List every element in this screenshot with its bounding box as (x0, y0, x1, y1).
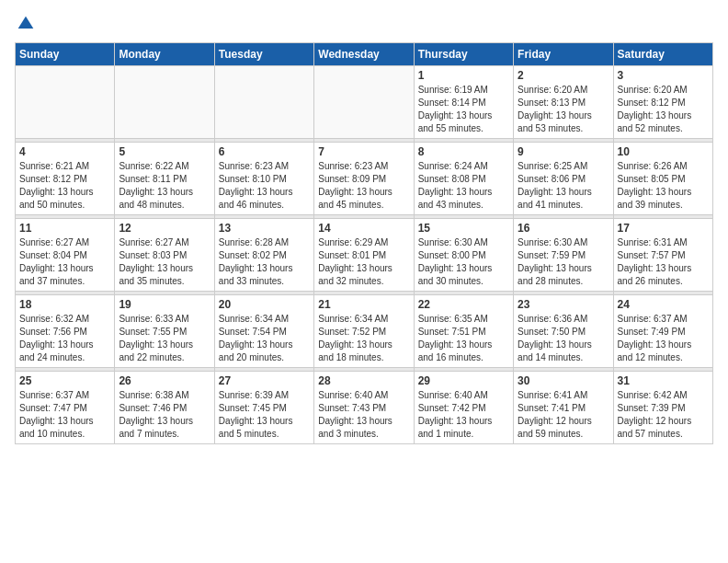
day-info: Sunrise: 6:32 AM Sunset: 7:56 PM Dayligh… (19, 313, 110, 364)
calendar-cell: 28Sunrise: 6:40 AM Sunset: 7:43 PM Dayli… (314, 372, 414, 444)
day-number: 11 (19, 222, 110, 235)
day-info: Sunrise: 6:27 AM Sunset: 8:04 PM Dayligh… (19, 236, 110, 288)
calendar: SundayMondayTuesdayWednesdayThursdayFrid… (15, 42, 713, 444)
day-number: 15 (418, 222, 509, 235)
calendar-cell: 20Sunrise: 6:34 AM Sunset: 7:54 PM Dayli… (214, 295, 313, 368)
day-info: Sunrise: 6:20 AM Sunset: 8:13 PM Dayligh… (518, 84, 609, 135)
calendar-cell: 17Sunrise: 6:31 AM Sunset: 7:57 PM Dayli… (613, 219, 712, 292)
day-info: Sunrise: 6:35 AM Sunset: 7:51 PM Dayligh… (418, 313, 509, 364)
calendar-week-row: 4Sunrise: 6:21 AM Sunset: 8:12 PM Daylig… (16, 143, 713, 215)
day-info: Sunrise: 6:38 AM Sunset: 7:46 PM Dayligh… (119, 389, 210, 441)
calendar-cell: 14Sunrise: 6:29 AM Sunset: 8:01 PM Dayli… (314, 219, 414, 292)
weekday-header-thursday: Thursday (414, 43, 513, 66)
weekday-header-saturday: Saturday (613, 43, 712, 66)
calendar-week-row: 1Sunrise: 6:19 AM Sunset: 8:14 PM Daylig… (16, 66, 713, 139)
day-info: Sunrise: 6:27 AM Sunset: 8:03 PM Dayligh… (119, 236, 210, 288)
calendar-cell (214, 66, 313, 139)
day-number: 1 (418, 69, 509, 82)
day-number: 8 (418, 145, 509, 158)
weekday-header-tuesday: Tuesday (214, 43, 313, 66)
day-number: 3 (618, 69, 709, 82)
day-info: Sunrise: 6:30 AM Sunset: 8:00 PM Dayligh… (418, 236, 509, 288)
weekday-header-sunday: Sunday (16, 43, 115, 66)
calendar-cell: 16Sunrise: 6:30 AM Sunset: 7:59 PM Dayli… (514, 219, 613, 292)
day-number: 7 (318, 145, 409, 158)
calendar-cell: 18Sunrise: 6:32 AM Sunset: 7:56 PM Dayli… (16, 295, 115, 368)
calendar-cell: 26Sunrise: 6:38 AM Sunset: 7:46 PM Dayli… (115, 372, 214, 444)
day-info: Sunrise: 6:36 AM Sunset: 7:50 PM Dayligh… (518, 313, 609, 364)
day-number: 27 (219, 374, 310, 387)
day-number: 31 (618, 374, 709, 387)
calendar-cell: 27Sunrise: 6:39 AM Sunset: 7:45 PM Dayli… (214, 372, 313, 444)
day-number: 2 (518, 69, 609, 82)
day-info: Sunrise: 6:29 AM Sunset: 8:01 PM Dayligh… (318, 236, 409, 288)
calendar-cell: 9Sunrise: 6:25 AM Sunset: 8:06 PM Daylig… (514, 143, 613, 215)
day-info: Sunrise: 6:30 AM Sunset: 7:59 PM Dayligh… (518, 236, 609, 288)
header (15, 15, 713, 33)
calendar-cell: 6Sunrise: 6:23 AM Sunset: 8:10 PM Daylig… (214, 143, 313, 215)
day-number: 29 (418, 374, 509, 387)
day-info: Sunrise: 6:37 AM Sunset: 7:47 PM Dayligh… (19, 389, 110, 441)
day-info: Sunrise: 6:25 AM Sunset: 8:06 PM Dayligh… (518, 160, 609, 212)
day-number: 23 (518, 298, 609, 311)
day-number: 28 (318, 374, 409, 387)
day-info: Sunrise: 6:19 AM Sunset: 8:14 PM Dayligh… (418, 84, 509, 135)
calendar-cell: 25Sunrise: 6:37 AM Sunset: 7:47 PM Dayli… (16, 372, 115, 444)
calendar-cell: 11Sunrise: 6:27 AM Sunset: 8:04 PM Dayli… (16, 219, 115, 292)
day-info: Sunrise: 6:40 AM Sunset: 7:42 PM Dayligh… (418, 389, 509, 441)
calendar-cell: 7Sunrise: 6:23 AM Sunset: 8:09 PM Daylig… (314, 143, 414, 215)
day-number: 30 (518, 374, 609, 387)
day-info: Sunrise: 6:39 AM Sunset: 7:45 PM Dayligh… (219, 389, 310, 441)
day-number: 18 (19, 298, 110, 311)
logo-icon (17, 15, 35, 33)
day-info: Sunrise: 6:41 AM Sunset: 7:41 PM Dayligh… (518, 389, 609, 441)
day-info: Sunrise: 6:28 AM Sunset: 8:02 PM Dayligh… (219, 236, 310, 288)
day-info: Sunrise: 6:31 AM Sunset: 7:57 PM Dayligh… (618, 236, 709, 288)
day-number: 12 (119, 222, 210, 235)
calendar-cell (115, 66, 214, 139)
day-info: Sunrise: 6:23 AM Sunset: 8:09 PM Dayligh… (318, 160, 409, 212)
calendar-cell: 5Sunrise: 6:22 AM Sunset: 8:11 PM Daylig… (115, 143, 214, 215)
calendar-cell: 19Sunrise: 6:33 AM Sunset: 7:55 PM Dayli… (115, 295, 214, 368)
calendar-cell: 30Sunrise: 6:41 AM Sunset: 7:41 PM Dayli… (514, 372, 613, 444)
day-number: 19 (119, 298, 210, 311)
day-number: 21 (318, 298, 409, 311)
calendar-cell (16, 66, 115, 139)
day-info: Sunrise: 6:22 AM Sunset: 8:11 PM Dayligh… (119, 160, 210, 212)
day-number: 17 (618, 222, 709, 235)
day-info: Sunrise: 6:34 AM Sunset: 7:52 PM Dayligh… (318, 313, 409, 364)
day-number: 26 (119, 374, 210, 387)
day-number: 10 (618, 145, 709, 158)
day-info: Sunrise: 6:20 AM Sunset: 8:12 PM Dayligh… (618, 84, 709, 135)
day-number: 4 (19, 145, 110, 158)
calendar-cell: 29Sunrise: 6:40 AM Sunset: 7:42 PM Dayli… (414, 372, 513, 444)
calendar-cell: 4Sunrise: 6:21 AM Sunset: 8:12 PM Daylig… (16, 143, 115, 215)
logo (15, 15, 35, 33)
day-info: Sunrise: 6:40 AM Sunset: 7:43 PM Dayligh… (318, 389, 409, 441)
day-info: Sunrise: 6:34 AM Sunset: 7:54 PM Dayligh… (219, 313, 310, 364)
calendar-week-row: 25Sunrise: 6:37 AM Sunset: 7:47 PM Dayli… (16, 372, 713, 444)
day-number: 20 (219, 298, 310, 311)
day-number: 25 (19, 374, 110, 387)
day-number: 9 (518, 145, 609, 158)
calendar-cell: 21Sunrise: 6:34 AM Sunset: 7:52 PM Dayli… (314, 295, 414, 368)
calendar-cell: 2Sunrise: 6:20 AM Sunset: 8:13 PM Daylig… (514, 66, 613, 139)
day-number: 22 (418, 298, 509, 311)
day-number: 13 (219, 222, 310, 235)
calendar-cell: 10Sunrise: 6:26 AM Sunset: 8:05 PM Dayli… (613, 143, 712, 215)
weekday-header-row: SundayMondayTuesdayWednesdayThursdayFrid… (16, 43, 713, 66)
day-number: 5 (119, 145, 210, 158)
calendar-week-row: 18Sunrise: 6:32 AM Sunset: 7:56 PM Dayli… (16, 295, 713, 368)
calendar-cell: 8Sunrise: 6:24 AM Sunset: 8:08 PM Daylig… (414, 143, 513, 215)
day-info: Sunrise: 6:26 AM Sunset: 8:05 PM Dayligh… (618, 160, 709, 212)
calendar-week-row: 11Sunrise: 6:27 AM Sunset: 8:04 PM Dayli… (16, 219, 713, 292)
day-info: Sunrise: 6:23 AM Sunset: 8:10 PM Dayligh… (219, 160, 310, 212)
svg-marker-0 (18, 17, 34, 29)
weekday-header-monday: Monday (115, 43, 214, 66)
calendar-cell: 23Sunrise: 6:36 AM Sunset: 7:50 PM Dayli… (514, 295, 613, 368)
calendar-cell: 3Sunrise: 6:20 AM Sunset: 8:12 PM Daylig… (613, 66, 712, 139)
calendar-cell: 24Sunrise: 6:37 AM Sunset: 7:49 PM Dayli… (613, 295, 712, 368)
calendar-cell: 22Sunrise: 6:35 AM Sunset: 7:51 PM Dayli… (414, 295, 513, 368)
day-info: Sunrise: 6:33 AM Sunset: 7:55 PM Dayligh… (119, 313, 210, 364)
day-number: 14 (318, 222, 409, 235)
